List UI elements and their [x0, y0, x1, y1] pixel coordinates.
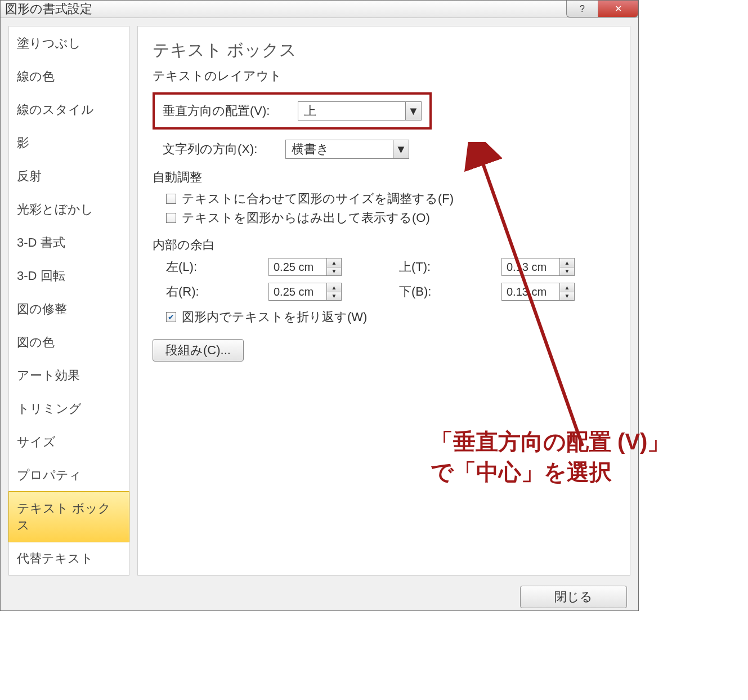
annotation-text: 「垂直方向の配置 (V)」 で「中心」を選択: [431, 426, 670, 487]
spinner-up-icon[interactable]: ▲: [560, 258, 574, 267]
wrap-text-row[interactable]: 図形内でテキストを折り返す(W): [166, 309, 615, 326]
sidebar-item-size[interactable]: サイズ: [9, 425, 129, 458]
spinner-buttons: ▲▼: [326, 258, 341, 275]
sidebar-item-picture-color[interactable]: 図の色: [9, 326, 129, 359]
spinner-up-icon[interactable]: ▲: [327, 283, 341, 292]
spinner-up-icon[interactable]: ▲: [327, 258, 341, 267]
sidebar-item-crop[interactable]: トリミング: [9, 392, 129, 425]
dialog-footer: 閉じる: [1, 583, 638, 610]
sidebar-item-shadow[interactable]: 影: [9, 126, 129, 159]
margin-left-label: 左(L):: [166, 258, 252, 275]
spinner-buttons: ▲▼: [559, 258, 574, 275]
autofit-resize-label: テキストに合わせて図形のサイズを調整する(F): [182, 190, 454, 207]
dialog-window: 図形の書式設定 ? ✕ 塗りつぶし 線の色 線のスタイル 影 反射 光彩とぼかし…: [0, 0, 639, 611]
help-button[interactable]: ?: [566, 1, 598, 17]
margin-top-value: 0.13 cm: [502, 261, 559, 274]
sidebar-item-properties[interactable]: プロパティ: [9, 458, 129, 492]
annotation-line2: で「中心」を選択: [431, 457, 670, 487]
textdir-combo[interactable]: 横書き ▼: [285, 140, 409, 159]
sidebar-item-fill[interactable]: 塗りつぶし: [9, 26, 129, 60]
margin-left-spinner[interactable]: 0.25 cm ▲▼: [268, 258, 342, 276]
margin-top-label: 上(T):: [399, 258, 485, 275]
checkbox-icon: [166, 194, 176, 204]
chevron-down-icon: ▼: [393, 140, 409, 158]
margin-bottom-spinner[interactable]: 0.13 cm ▲▼: [501, 283, 575, 301]
category-sidebar: 塗りつぶし 線の色 線のスタイル 影 反射 光彩とぼかし 3-D 書式 3-D …: [8, 26, 129, 576]
sidebar-item-glow[interactable]: 光彩とぼかし: [9, 193, 129, 226]
textdir-value: 横書き: [286, 141, 393, 158]
sidebar-item-line-style[interactable]: 線のスタイル: [9, 93, 129, 126]
margin-bottom-value: 0.13 cm: [502, 286, 559, 298]
margin-bottom-label: 下(B):: [399, 283, 485, 300]
margin-top-spinner[interactable]: 0.13 cm ▲▼: [501, 258, 575, 276]
spinner-buttons: ▲▼: [559, 283, 574, 300]
checkbox-checked-icon: [166, 312, 176, 322]
sidebar-item-text-box[interactable]: テキスト ボックス: [8, 491, 129, 542]
sidebar-item-line-color[interactable]: 線の色: [9, 60, 129, 93]
autofit-resize-row[interactable]: テキストに合わせて図形のサイズを調整する(F): [166, 190, 615, 207]
columns-button[interactable]: 段組み(C)...: [153, 339, 244, 362]
margin-right-label: 右(R):: [166, 283, 252, 300]
sidebar-item-3d-format[interactable]: 3-D 書式: [9, 226, 129, 259]
valign-label: 垂直方向の配置(V):: [163, 102, 286, 119]
autofit-section-label: 自動調整: [153, 169, 615, 186]
help-icon: ?: [580, 4, 585, 14]
valign-combo[interactable]: 上 ▼: [298, 101, 422, 121]
dialog-title: 図形の書式設定: [5, 1, 92, 17]
dialog-body: 塗りつぶし 線の色 線のスタイル 影 反射 光彩とぼかし 3-D 書式 3-D …: [1, 18, 638, 583]
checkbox-icon: [166, 213, 176, 223]
margin-right-spinner[interactable]: 0.25 cm ▲▼: [268, 283, 342, 301]
autofit-overflow-row[interactable]: テキストを図形からはみ出して表示する(O): [166, 209, 615, 226]
close-button[interactable]: ✕: [598, 1, 638, 17]
autofit-overflow-label: テキストを図形からはみ出して表示する(O): [182, 209, 430, 226]
annotation-line1: 「垂直方向の配置 (V)」: [431, 426, 670, 457]
layout-section-label: テキストのレイアウト: [153, 68, 615, 84]
margins-section-label: 内部の余白: [153, 237, 615, 253]
sidebar-item-3d-rotation[interactable]: 3-D 回転: [9, 259, 129, 292]
titlebar: 図形の書式設定 ? ✕: [1, 1, 638, 18]
spinner-buttons: ▲▼: [326, 283, 341, 300]
content-panel: テキスト ボックス テキストのレイアウト 垂直方向の配置(V): 上 ▼ 文字列…: [137, 26, 630, 576]
valign-value: 上: [298, 102, 405, 119]
textdir-label: 文字列の方向(X):: [163, 141, 277, 158]
titlebar-buttons: ? ✕: [566, 1, 638, 17]
panel-heading: テキスト ボックス: [153, 39, 615, 62]
spinner-down-icon[interactable]: ▼: [327, 267, 341, 276]
margin-left-value: 0.25 cm: [269, 261, 326, 274]
sidebar-item-picture-corrections[interactable]: 図の修整: [9, 292, 129, 326]
chevron-down-icon: ▼: [405, 102, 421, 120]
spinner-down-icon[interactable]: ▼: [560, 292, 574, 301]
wrap-text-label: 図形内でテキストを折り返す(W): [182, 309, 367, 326]
margin-right-value: 0.25 cm: [269, 286, 326, 298]
spinner-up-icon[interactable]: ▲: [560, 283, 574, 292]
sidebar-item-reflection[interactable]: 反射: [9, 159, 129, 193]
close-icon: ✕: [615, 3, 622, 14]
spinner-down-icon[interactable]: ▼: [560, 267, 574, 276]
margins-grid: 左(L): 0.25 cm ▲▼ 上(T): 0.13 cm ▲▼ 右(R): …: [166, 258, 615, 301]
close-dialog-button[interactable]: 閉じる: [520, 586, 627, 608]
sidebar-item-alt-text[interactable]: 代替テキスト: [9, 542, 129, 575]
highlight-box: 垂直方向の配置(V): 上 ▼: [153, 92, 432, 130]
spinner-down-icon[interactable]: ▼: [327, 292, 341, 301]
sidebar-item-artistic-effects[interactable]: アート効果: [9, 359, 129, 392]
